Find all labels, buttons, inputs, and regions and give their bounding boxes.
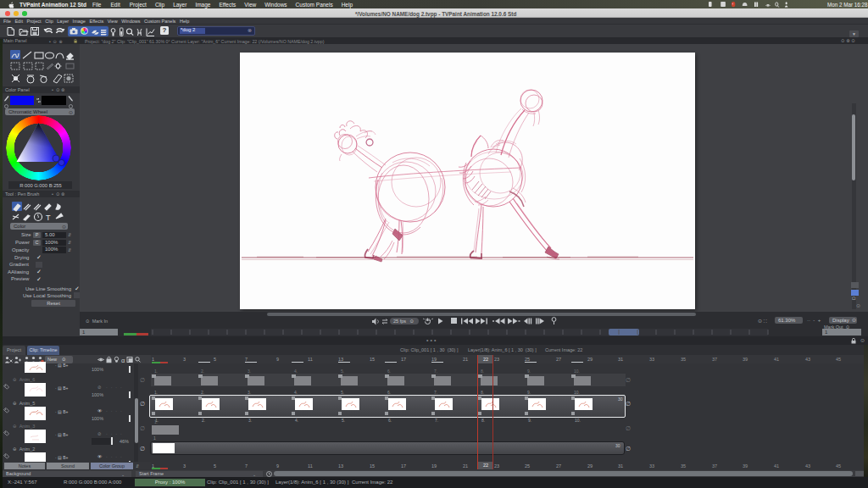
svg-text:T: T bbox=[46, 214, 51, 222]
svg-text:α: α bbox=[121, 356, 125, 363]
